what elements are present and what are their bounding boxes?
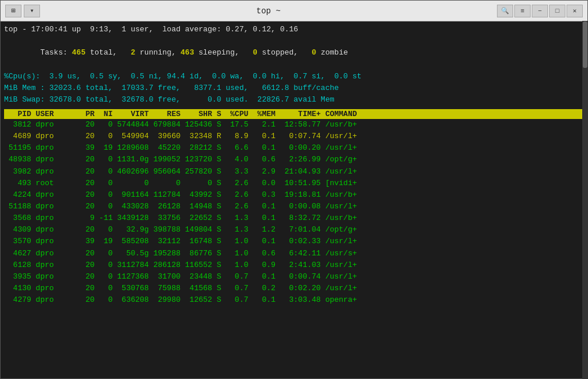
tasks-running-label: running, bbox=[135, 48, 176, 57]
status-line-4: MiB Mem : 32023.6 total, 17033.7 free, 8… bbox=[4, 82, 584, 94]
table-row: 3812 dpro 20 0 5744844 679884 125436 S 1… bbox=[4, 119, 584, 131]
tasks-stopped-label: stopped, bbox=[257, 48, 298, 57]
table-header: PID USER PR NI VIRT RES SHR S %CPU %MEM … bbox=[4, 109, 584, 119]
scrollbar[interactable] bbox=[582, 21, 588, 379]
table-row: 3570 dpro 39 19 585208 32112 16748 S 1.0… bbox=[4, 236, 584, 247]
tasks-sleeping-label: sleeping, bbox=[194, 48, 239, 57]
table-row: 51188 dpro 20 0 433028 26128 14948 S 2.6… bbox=[4, 201, 584, 212]
scrollbar-thumb[interactable] bbox=[583, 21, 587, 68]
terminal-area: top - 17:00:41 up 9:13, 1 user, load ave… bbox=[1, 21, 587, 378]
table-row: 6128 dpro 20 0 3112784 286128 116552 S 1… bbox=[4, 259, 584, 271]
table-row: 51195 dpro 39 19 1289608 45220 28212 S 6… bbox=[4, 142, 584, 154]
maximize-button[interactable]: □ bbox=[549, 5, 565, 17]
table-row: 4309 dpro 20 0 32.9g 398788 149804 S 1.3… bbox=[4, 224, 584, 236]
close-icon: ✕ bbox=[573, 7, 577, 15]
table-row: 4689 dpro 20 0 549904 39660 32348 R 8.9 … bbox=[4, 131, 584, 142]
maximize-icon: □ bbox=[556, 8, 560, 15]
table-body: 3812 dpro 20 0 5744844 679884 125436 S 1… bbox=[4, 119, 584, 376]
tasks-zombie-count: 0 bbox=[298, 48, 316, 57]
status-line-1: top - 17:00:41 up 9:13, 1 user, load ave… bbox=[4, 24, 584, 35]
table-row: 493 root 20 0 0 0 0 S 2.6 0.0 10:51.95 [… bbox=[4, 178, 584, 189]
table-row: 3935 dpro 20 0 1127368 31700 23448 S 0.7… bbox=[4, 271, 584, 283]
tasks-zombie-label: zombie bbox=[316, 48, 348, 57]
search-button[interactable]: 🔍 bbox=[497, 5, 513, 17]
tasks-label: Tasks: bbox=[40, 48, 72, 57]
table-row: 4130 dpro 20 0 530768 75988 41568 S 0.7 … bbox=[4, 283, 584, 294]
table-header-text: PID USER PR NI VIRT RES SHR S %CPU %MEM … bbox=[4, 110, 357, 118]
close-button[interactable]: ✕ bbox=[567, 5, 583, 17]
minimize-icon: − bbox=[538, 8, 542, 15]
table-row: 4224 dpro 20 0 901164 112784 43992 S 2.6… bbox=[4, 189, 584, 201]
chevron-down-icon: ▾ bbox=[30, 6, 34, 15]
status-line-3: %Cpu(s): 3.9 us, 0.5 sy, 0.5 ni, 94.4 id… bbox=[4, 71, 584, 82]
status-line-5: MiB Swap: 32678.0 total, 32678.0 free, 0… bbox=[4, 94, 584, 106]
table-row: 4627 dpro 20 0 50.5g 195288 86776 S 1.0 … bbox=[4, 248, 584, 259]
tasks-total-count: 465 bbox=[72, 48, 85, 57]
titlebar: ⊞ ▾ top ~ 🔍 ≡ − □ bbox=[1, 1, 587, 21]
status-line-2: Tasks: 465 total, 2 running, 463 sleepin… bbox=[4, 35, 584, 70]
window-title: top ~ bbox=[43, 6, 493, 16]
minimize-button[interactable]: − bbox=[532, 5, 548, 17]
app-icon-button[interactable]: ⊞ bbox=[5, 5, 21, 17]
tasks-sleeping-count: 463 bbox=[176, 48, 194, 57]
app-icon: ⊞ bbox=[11, 6, 15, 15]
search-icon: 🔍 bbox=[501, 7, 509, 15]
menu-icon: ≡ bbox=[521, 8, 525, 15]
menu-button[interactable]: ≡ bbox=[514, 5, 531, 17]
table-row: 3568 dpro 9 -11 3439128 33756 22652 S 1.… bbox=[4, 212, 584, 224]
tasks-running-count: 2 bbox=[117, 48, 135, 57]
titlebar-left-buttons: ⊞ ▾ bbox=[5, 5, 40, 17]
table-row: 4279 dpro 20 0 636208 29980 12652 S 0.7 … bbox=[4, 294, 584, 306]
tasks-total-label: total, bbox=[85, 48, 117, 57]
titlebar-right-buttons: 🔍 ≡ − □ ✕ bbox=[497, 5, 583, 17]
table-row: 3982 dpro 20 0 4602696 956064 257820 S 3… bbox=[4, 166, 584, 178]
table-row: 48938 dpro 20 0 1131.0g 199052 123720 S … bbox=[4, 154, 584, 165]
tasks-stopped-count: 0 bbox=[239, 48, 257, 57]
dropdown-button[interactable]: ▾ bbox=[24, 5, 40, 17]
